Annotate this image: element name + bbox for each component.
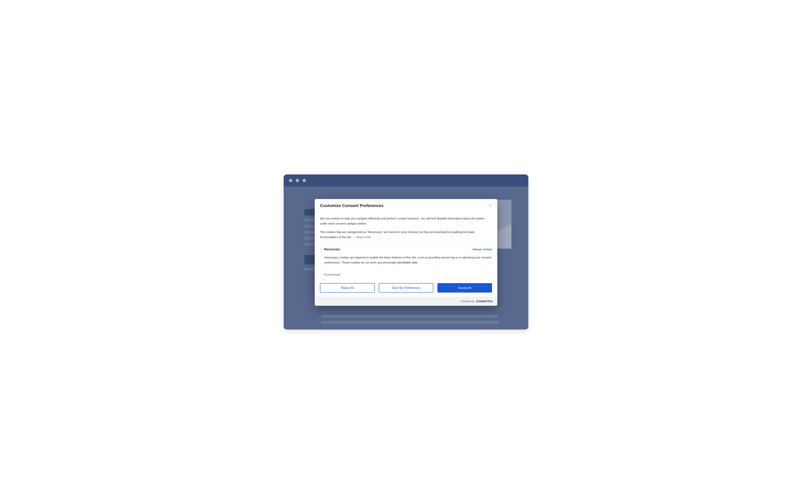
chevron-right-icon [320,273,322,276]
window-dot-icon [296,179,299,182]
window-dot-icon [289,179,292,182]
close-icon [489,204,492,207]
brand-part2: Yes [487,299,493,303]
modal-title: Customize Consent Preferences [320,203,383,208]
window-dot-icon [302,179,306,182]
chevron-right-icon [320,248,322,250]
category-functional: Functional Functional cookies help perfo… [320,268,492,279]
category-necessary: Necessary Always Active Necessary cookie… [320,243,492,268]
modal-header: Customize Consent Preferences [315,199,497,212]
category-header[interactable]: Functional [320,272,492,278]
powered-by-label: Powered by [461,300,475,303]
show-more-link[interactable]: Show more [356,235,371,238]
modal-footer: Powered by CookieYes [315,297,497,306]
category-title: Functional [324,272,340,278]
category-description: Necessary cookies are required to enable… [320,255,492,265]
intro-paragraph-1: We use cookies to help you navigate effi… [320,216,492,226]
close-button[interactable] [489,204,492,207]
brand-part1: Cookie [476,299,487,303]
browser-window: Customize Consent Preferences We use coo… [284,174,528,330]
modal-actions: Reject All Save My Preferences Accept Al… [315,279,497,297]
accept-all-button[interactable]: Accept All [437,283,492,292]
modal-body: We use cookies to help you navigate effi… [315,212,497,279]
save-preferences-button[interactable]: Save My Preferences [379,283,433,292]
brand-logo[interactable]: CookieYes [476,299,493,303]
intro-paragraph-2: The cookies that are categorized as "Nec… [320,229,492,239]
intro-paragraph-2-text: The cookies that are categorized as "Nec… [320,230,475,238]
page-background: Customize Consent Preferences We use coo… [284,187,528,330]
reject-all-button[interactable]: Reject All [320,283,375,292]
window-titlebar [284,174,528,187]
consent-modal: Customize Consent Preferences We use coo… [315,199,497,306]
category-title: Necessary [324,247,340,252]
category-status: Always Active [472,247,492,252]
category-header[interactable]: Necessary Always Active [320,247,492,252]
